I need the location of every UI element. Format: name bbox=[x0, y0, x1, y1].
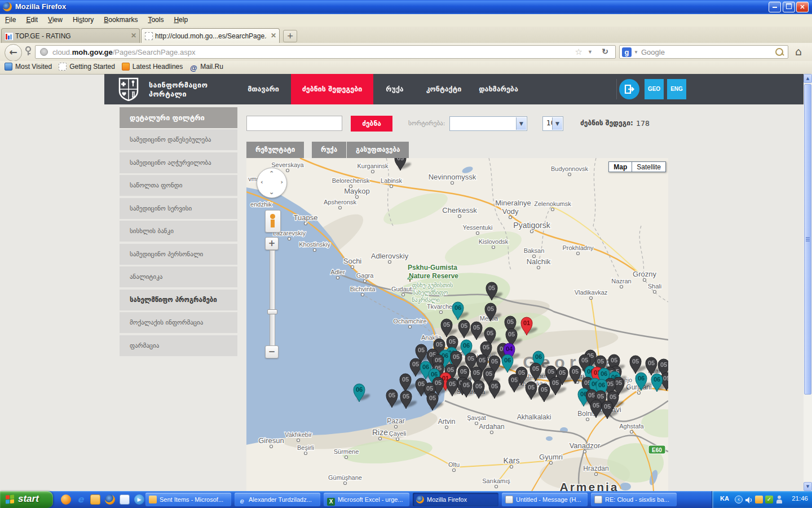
page-size-select[interactable]: 10▼ bbox=[542, 116, 563, 131]
taskbar-button-1[interactable]: Sent Items - Microsof... bbox=[145, 493, 231, 506]
header-divider bbox=[616, 79, 617, 99]
pan-right-icon[interactable]: › bbox=[280, 178, 283, 186]
new-tab-button[interactable]: + bbox=[283, 30, 297, 42]
bookmark-star-icon[interactable]: ☆ bbox=[575, 47, 582, 57]
search-engine-box[interactable]: g ▼ Google bbox=[619, 45, 788, 59]
site-nav-4[interactable]: დახმარება bbox=[479, 74, 518, 104]
sort-select[interactable]: ▼ bbox=[449, 116, 527, 131]
zoom-in-button[interactable]: + bbox=[265, 237, 279, 250]
site-logo-shield-icon[interactable] bbox=[118, 77, 139, 101]
search-magnifier-icon[interactable] bbox=[775, 48, 783, 56]
taskbar-button-6[interactable]: RE: Cloud - sisxlis ba... bbox=[591, 493, 677, 506]
sidebar-item-3[interactable]: საწოლთა ფონდი bbox=[120, 175, 237, 196]
close-button[interactable]: × bbox=[796, 2, 809, 12]
restore-button[interactable] bbox=[783, 2, 795, 12]
taskbar-button-3[interactable]: XMicrosoft Excel - urge... bbox=[324, 493, 409, 506]
map-tab-button[interactable]: რუქა bbox=[312, 142, 346, 158]
search-button[interactable]: ძებნა bbox=[351, 116, 392, 132]
map-type-map-button[interactable]: Map bbox=[608, 161, 632, 172]
url-bar[interactable]: cloud.moh.gov.ge/Pages/SearchPage.aspx ☆… bbox=[35, 45, 616, 59]
home-button[interactable]: ⌂ bbox=[795, 45, 802, 58]
back-button[interactable]: ← bbox=[5, 44, 22, 62]
taskbar-button-4[interactable]: Mozilla Firefox bbox=[413, 493, 498, 506]
search-engine-dropdown-icon[interactable]: ▼ bbox=[634, 50, 638, 55]
sidebar-item-10[interactable]: ფარმაცია bbox=[120, 335, 237, 356]
map-label: Pskhu-Gumista bbox=[408, 264, 457, 271]
pan-down-icon[interactable]: ⌄ bbox=[269, 189, 274, 196]
sidebar-item-4[interactable]: სამედიცინო სერვისი bbox=[120, 198, 237, 219]
map-label: Sarıkamış bbox=[482, 478, 510, 484]
taskbar-button-2[interactable]: eAlexander Turdziladz... bbox=[235, 493, 320, 506]
zoom-out-button[interactable]: − bbox=[265, 345, 279, 358]
site-identity-globe-icon[interactable] bbox=[40, 48, 48, 56]
security-shield-icon[interactable]: ✓ bbox=[765, 496, 773, 503]
svg-text:05: 05 bbox=[610, 393, 616, 400]
site-nav-1-active[interactable]: ძებნის შედეგები bbox=[291, 74, 373, 104]
menu-edit[interactable]: Edit bbox=[21, 14, 43, 25]
bookmark-rss[interactable]: Latest Headlines bbox=[122, 63, 183, 71]
reload-icon[interactable]: ↻ bbox=[602, 47, 608, 56]
sidebar-item-2[interactable]: სამედიცინო აღჭურვილობა bbox=[120, 152, 237, 173]
sidebar-item-9[interactable]: მოქალაქის ინფორმაცია bbox=[120, 312, 237, 333]
sidebar-item-8[interactable]: სახელმწიფო პროგრამები bbox=[120, 290, 237, 310]
map-pan-control[interactable]: ⌃ ⌄ ‹ › bbox=[257, 168, 287, 198]
menu-tools[interactable]: Tools bbox=[143, 14, 169, 25]
results-tab-button[interactable]: რეზულტატი bbox=[246, 142, 304, 158]
tray-user-icon[interactable] bbox=[775, 496, 783, 503]
site-nav-0[interactable]: მთავარი bbox=[248, 74, 279, 104]
menu-file[interactable]: File bbox=[0, 14, 21, 25]
map-type-satellite-button[interactable]: Satellite bbox=[632, 161, 666, 172]
pan-left-icon[interactable]: ‹ bbox=[261, 178, 263, 186]
lang-eng-button[interactable]: ENG bbox=[667, 79, 686, 99]
sidebar-item-5[interactable]: სისხლის ბანკი bbox=[120, 221, 237, 242]
quicklaunch-firefox-icon[interactable] bbox=[105, 494, 115, 505]
urlbar-dropdown-icon[interactable]: ▼ bbox=[588, 49, 593, 55]
sidebar-item-6[interactable]: სამედიცინო პერსონალი bbox=[120, 244, 237, 265]
quicklaunch-firebird-icon[interactable] bbox=[61, 494, 71, 505]
minimize-button[interactable] bbox=[769, 2, 781, 12]
bookmark-getting[interactable]: Getting Started bbox=[59, 63, 115, 71]
bookmark-mostvisited[interactable]: Most Visited bbox=[5, 63, 52, 71]
vertical-scrollbar[interactable]: ▲ ▼ bbox=[804, 74, 812, 491]
scroll-up-arrow[interactable]: ▲ bbox=[804, 74, 812, 83]
site-nav-3[interactable]: კონტაქტი bbox=[426, 74, 462, 104]
pan-up-icon[interactable]: ⌃ bbox=[269, 170, 274, 177]
scroll-down-arrow[interactable]: ▼ bbox=[804, 482, 812, 491]
quicklaunch-wmp-icon[interactable]: ▶ bbox=[134, 494, 144, 505]
zoom-slider-handle[interactable] bbox=[267, 309, 277, 314]
key-icon[interactable] bbox=[24, 46, 33, 59]
menu-history[interactable]: History bbox=[68, 14, 99, 25]
svg-text:05: 05 bbox=[487, 330, 493, 336]
sidebar-item-1[interactable]: სამედიცინო დაწესებულება bbox=[120, 129, 237, 150]
quicklaunch-outlook-icon[interactable] bbox=[90, 494, 100, 505]
street-view-pegman[interactable] bbox=[265, 210, 281, 233]
menu-help[interactable]: Help bbox=[169, 14, 193, 25]
tab-close-icon[interactable]: ✕ bbox=[271, 32, 276, 40]
quicklaunch-oe-icon[interactable] bbox=[120, 494, 130, 505]
scrollbar-thumb[interactable] bbox=[804, 84, 811, 395]
menu-view[interactable]: View bbox=[43, 14, 68, 25]
svg-text:05: 05 bbox=[604, 403, 611, 410]
query-input[interactable] bbox=[246, 116, 342, 131]
quicklaunch-ie-icon[interactable]: e bbox=[76, 494, 86, 505]
language-indicator[interactable]: KA bbox=[720, 495, 729, 502]
tab-1[interactable]: TOP.GE - RATING✕ bbox=[1, 28, 140, 43]
google-logo-icon[interactable]: g bbox=[622, 47, 632, 57]
zoom-slider-track[interactable] bbox=[270, 250, 275, 347]
lang-geo-button[interactable]: GEO bbox=[645, 79, 664, 99]
start-button[interactable]: start bbox=[0, 491, 53, 508]
tab-2[interactable]: http://cloud.moh.go...es/SearchPage.aspx… bbox=[141, 28, 280, 43]
menu-bookmarks[interactable]: Bookmarks bbox=[99, 14, 143, 25]
logout-button[interactable] bbox=[619, 79, 639, 99]
tab-close-icon[interactable]: ✕ bbox=[131, 32, 136, 40]
map-label: Adler bbox=[330, 269, 345, 275]
tray-agent-icon[interactable] bbox=[755, 496, 763, 503]
bookmark-at[interactable]: @Mail.Ru bbox=[189, 63, 223, 72]
sidebar-item-7[interactable]: ანალიტიკა bbox=[120, 266, 237, 287]
taskbar-button-5[interactable]: Untitled - Message (H... bbox=[502, 493, 588, 506]
clear-button[interactable]: გასუფთავება bbox=[347, 142, 409, 158]
tray-collapse-chevron-icon[interactable]: ‹ bbox=[735, 496, 743, 503]
site-nav-2[interactable]: რუქა bbox=[386, 74, 404, 104]
volume-icon[interactable] bbox=[745, 496, 753, 503]
map-canvas[interactable]: E60 vmskendzhikSeverskayaKurganinskBelor… bbox=[246, 158, 668, 491]
